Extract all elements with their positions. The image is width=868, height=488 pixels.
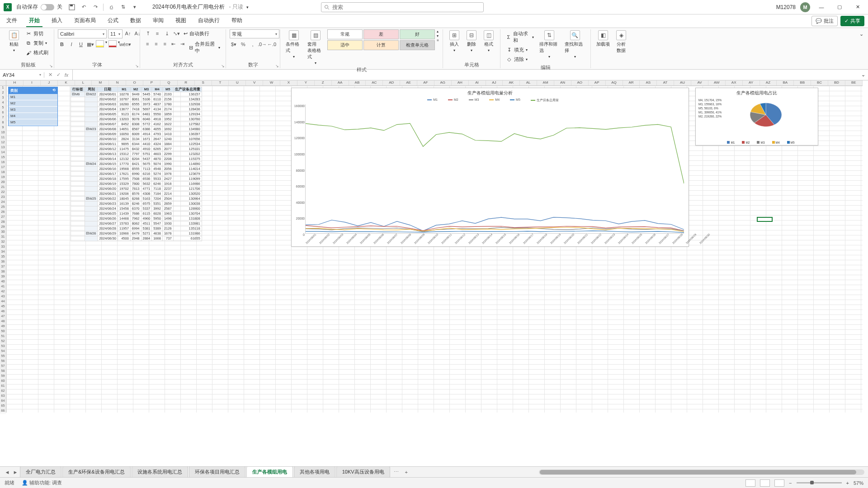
align-right-icon[interactable]: ≡ bbox=[161, 40, 169, 48]
menu-item-9[interactable]: 帮助 bbox=[229, 15, 245, 27]
pivot-cell[interactable]: 3134 bbox=[130, 137, 141, 142]
pivot-cell[interactable]: 130704 bbox=[173, 211, 202, 216]
slicer-option[interactable]: M5 bbox=[9, 119, 57, 126]
column-header[interactable]: AO bbox=[571, 80, 589, 85]
pivot-date[interactable]: 2024/06/07 bbox=[98, 122, 118, 127]
pivot-cell[interactable]: 129194 bbox=[173, 112, 202, 117]
pivot-date[interactable]: 2024/06/22 bbox=[98, 197, 118, 202]
pivot-date[interactable]: 2024/06/20 bbox=[98, 187, 118, 192]
pivot-cell[interactable]: 4055 bbox=[152, 127, 163, 132]
pivot-cell[interactable]: 4960 bbox=[141, 216, 152, 221]
pivot-cell[interactable]: 134980 bbox=[173, 127, 202, 132]
row-header[interactable]: 56 bbox=[0, 359, 6, 364]
pivot-cell[interactable]: 2647 bbox=[152, 137, 163, 142]
number-format-select[interactable]: 常规▾ bbox=[230, 29, 279, 38]
pivot-cell[interactable]: 5632 bbox=[141, 182, 152, 187]
pivot-cell[interactable]: 134283 bbox=[173, 97, 202, 102]
menu-item-4[interactable]: 公式 bbox=[105, 15, 121, 27]
pivot-cell[interactable]: 2126 bbox=[162, 226, 173, 231]
pivot-cell[interactable]: 16139 bbox=[118, 202, 130, 206]
font-name-select[interactable]: Calibri▾ bbox=[58, 29, 107, 38]
pivot-cell[interactable]: 115375 bbox=[173, 157, 202, 162]
row-header[interactable]: 30 bbox=[0, 230, 6, 235]
pivot-cell[interactable]: 4914 bbox=[141, 132, 152, 137]
row-header[interactable]: 35 bbox=[0, 255, 6, 260]
pivot-week[interactable] bbox=[85, 226, 98, 231]
pivot-date[interactable]: 2024/06/24 bbox=[98, 206, 118, 211]
column-header[interactable]: AZ bbox=[760, 80, 777, 85]
pivot-cell[interactable]: 18045 bbox=[118, 197, 130, 202]
pivot-cell[interactable]: 8062 bbox=[130, 221, 141, 226]
pivot-date[interactable]: 2024/06/12 bbox=[98, 147, 118, 152]
pivot-week[interactable] bbox=[85, 152, 98, 157]
pivot-week[interactable] bbox=[85, 172, 98, 177]
tab-nav-prev[interactable]: ◄ bbox=[4, 469, 11, 475]
pivot-week[interactable] bbox=[85, 216, 98, 221]
pivot-cell[interactable]: 1410 bbox=[162, 132, 173, 137]
pivot-date[interactable]: 2024/06/03 bbox=[98, 102, 118, 107]
pivot-cell[interactable]: 130964 bbox=[173, 197, 202, 202]
pivot-cell[interactable]: 13203 bbox=[118, 117, 130, 122]
format-as-table-button[interactable]: ▤套用 表格格式▾ bbox=[306, 29, 326, 66]
column-header[interactable]: AL bbox=[520, 80, 537, 85]
column-header[interactable]: Y bbox=[297, 80, 315, 85]
percent-icon[interactable]: % bbox=[239, 40, 247, 48]
pivot-cell[interactable]: 1668 bbox=[152, 236, 163, 241]
pivot-cell[interactable]: 3992 bbox=[152, 206, 163, 211]
cut-button[interactable]: ✂剪切 bbox=[24, 29, 50, 38]
pivot-cell[interactable]: 130760 bbox=[173, 117, 202, 122]
align-left-icon[interactable]: ≡ bbox=[144, 40, 151, 48]
row-header[interactable]: 66 bbox=[0, 409, 6, 414]
pivot-cell[interactable]: 5074 bbox=[152, 162, 163, 167]
row-header[interactable]: 6 bbox=[0, 111, 6, 116]
menu-item-0[interactable]: 文件 bbox=[4, 15, 20, 27]
dialog-launcher-icon[interactable]: ↘ bbox=[135, 64, 139, 68]
pivot-cell[interactable]: 2193 bbox=[162, 92, 173, 97]
column-header[interactable]: AD bbox=[383, 80, 400, 85]
row-header[interactable]: 4 bbox=[0, 101, 6, 106]
pivot-cell[interactable]: 6115 bbox=[141, 211, 152, 216]
column-header[interactable]: H bbox=[6, 80, 24, 85]
pivot-week[interactable] bbox=[85, 147, 98, 152]
style-swatch-0[interactable]: 常规 bbox=[327, 29, 363, 39]
cancel-icon[interactable]: ✕ bbox=[47, 72, 53, 78]
column-header[interactable]: P bbox=[143, 80, 160, 85]
pivot-cell[interactable]: 19206 bbox=[118, 192, 130, 197]
increase-font-icon[interactable]: A↑ bbox=[124, 29, 132, 38]
row-header[interactable]: 18 bbox=[0, 170, 6, 175]
view-page-break-icon[interactable] bbox=[774, 479, 784, 487]
enter-icon[interactable]: ✓ bbox=[55, 72, 61, 78]
font-color-button[interactable] bbox=[108, 40, 117, 47]
row-header[interactable]: 20 bbox=[0, 180, 6, 185]
pivot-cell[interactable]: 1952 bbox=[162, 117, 173, 122]
column-header[interactable]: AN bbox=[554, 80, 571, 85]
pivot-cell[interactable]: 4837 bbox=[152, 102, 163, 107]
row-header[interactable]: 25 bbox=[0, 205, 6, 210]
column-header[interactable]: U bbox=[229, 80, 246, 85]
pivot-cell[interactable]: 2237 bbox=[162, 187, 173, 192]
pivot-cell[interactable]: 5547 bbox=[152, 221, 163, 226]
pivot-cell[interactable]: 5389 bbox=[152, 226, 163, 231]
row-header[interactable]: 1 bbox=[0, 86, 6, 91]
column-header[interactable]: I bbox=[24, 80, 41, 85]
tab-more[interactable]: ⋯ bbox=[391, 469, 401, 475]
pivot-date[interactable]: 2024/06/08 bbox=[98, 127, 118, 132]
row-header[interactable]: 42 bbox=[0, 290, 6, 295]
pivot-cell[interactable]: 6481 bbox=[141, 112, 152, 117]
accounting-icon[interactable]: $▾ bbox=[230, 40, 238, 48]
pivot-cell[interactable]: 4638 bbox=[152, 231, 163, 236]
row-header[interactable]: 60 bbox=[0, 379, 6, 384]
chevron-down-icon[interactable]: ▾ bbox=[13, 48, 15, 52]
column-header[interactable]: AE bbox=[400, 80, 417, 85]
style-swatch-2[interactable]: 好 bbox=[400, 29, 435, 39]
pivot-cell[interactable]: 4793 bbox=[152, 132, 163, 137]
avatar[interactable]: M bbox=[800, 2, 810, 12]
pivot-cell[interactable]: 8268 bbox=[130, 197, 141, 202]
column-header[interactable]: BE bbox=[845, 80, 863, 85]
slicer-option[interactable]: M2 bbox=[9, 100, 57, 107]
dialog-launcher-icon[interactable]: ↘ bbox=[49, 64, 53, 68]
row-header[interactable]: 28 bbox=[0, 220, 6, 225]
row-header[interactable]: 50 bbox=[0, 329, 6, 334]
menu-item-2[interactable]: 插入 bbox=[49, 15, 65, 27]
pivot-cell[interactable]: 5271 bbox=[141, 231, 152, 236]
